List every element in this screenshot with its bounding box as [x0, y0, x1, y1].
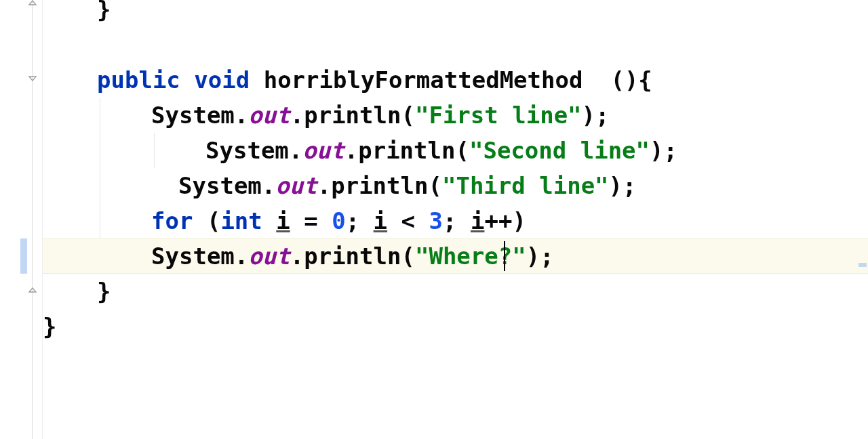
code-line[interactable]: }	[43, 0, 868, 27]
token-punc: );	[650, 137, 677, 164]
token-field: out	[275, 172, 317, 199]
token-str: "Second line"	[469, 137, 650, 164]
fold-expand-end-icon[interactable]	[27, 285, 38, 295]
token-punc: <	[387, 207, 429, 234]
code-line[interactable]: for (int i = 0; i < 3; i++)	[43, 203, 868, 238]
code-area[interactable]: }public void horriblyFormattedMethod (){…	[43, 0, 868, 439]
token-var: i	[374, 207, 387, 234]
token-kw: int	[220, 207, 276, 234]
token-str: "Third line"	[442, 172, 609, 199]
token-punc: }	[43, 313, 56, 340]
token-punc: ;	[346, 207, 374, 234]
token-punc: );	[609, 172, 637, 199]
token-field: out	[302, 137, 344, 164]
token-var: i	[471, 207, 484, 234]
token-punc: }	[97, 278, 111, 305]
token-num: 3	[429, 207, 443, 234]
code-line[interactable]	[43, 27, 868, 62]
text-caret	[504, 241, 505, 271]
gutter	[0, 0, 43, 439]
token-kw: void	[194, 66, 263, 93]
overview-marker[interactable]	[859, 263, 867, 267]
token-punc: );	[526, 243, 554, 270]
token-punc: (){	[610, 66, 652, 93]
token-ident: horriblyFormattedMethod	[264, 66, 611, 93]
code-line[interactable]: System.out.println("First line");	[43, 98, 868, 133]
token-str: "First line"	[415, 102, 582, 129]
token-punc: }	[97, 0, 111, 23]
gutter-change-marker	[20, 238, 27, 274]
code-editor[interactable]: }public void horriblyFormattedMethod (){…	[0, 0, 868, 439]
token-ident: System.	[205, 137, 302, 164]
token-kw: public	[97, 66, 194, 93]
token-punc: ++)	[484, 207, 526, 234]
token-ident: System.	[151, 102, 248, 129]
token-punc: );	[582, 102, 610, 129]
token-var: i	[276, 207, 290, 234]
code-line[interactable]: System.out.println("Second line");	[43, 133, 868, 168]
token-ident: .println(	[290, 102, 415, 129]
token-punc: (	[207, 207, 220, 234]
token-ident: .println(	[290, 243, 415, 270]
fold-collapse-icon[interactable]	[27, 73, 38, 84]
token-punc: =	[290, 207, 332, 234]
code-line[interactable]: System.out.println("Third line");	[43, 168, 868, 203]
token-kw: for	[151, 207, 207, 234]
code-line[interactable]: }	[43, 274, 868, 309]
fold-rail	[32, 0, 33, 439]
token-field: out	[248, 243, 290, 270]
token-str: "Where?"	[415, 243, 526, 270]
token-ident: .println(	[344, 137, 469, 164]
token-ident: System.	[178, 172, 275, 199]
code-line[interactable]: public void horriblyFormattedMethod (){	[43, 62, 868, 98]
code-line[interactable]: System.out.println("Where?");	[43, 238, 868, 274]
token-ident: .println(	[317, 172, 442, 199]
token-num: 0	[332, 207, 345, 234]
token-ident: System.	[151, 243, 248, 270]
fold-expand-end-icon[interactable]	[27, 0, 38, 8]
gutter-current-line	[0, 238, 42, 274]
token-punc: ;	[443, 207, 471, 234]
code-line[interactable]: }	[43, 309, 868, 344]
token-field: out	[248, 102, 290, 129]
